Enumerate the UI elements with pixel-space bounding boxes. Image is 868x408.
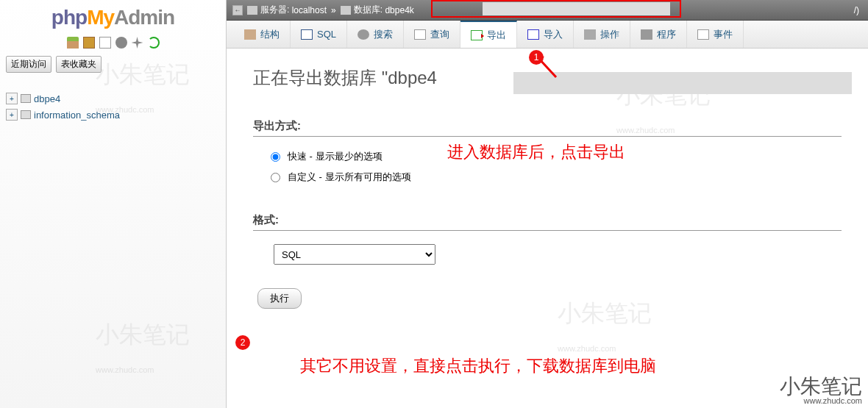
annotation-badge-1: 1	[529, 50, 544, 65]
format-label: 格式:	[253, 213, 842, 231]
breadcrumb-separator: »	[331, 5, 336, 15]
db-name-label: dbpe4	[34, 93, 60, 104]
expand-icon[interactable]: +	[6, 93, 18, 104]
reload-icon[interactable]	[148, 37, 160, 49]
logo-php: php	[51, 6, 87, 29]
tab-events[interactable]: 事件	[687, 21, 744, 48]
format-select[interactable]: SQL	[274, 244, 435, 265]
sidebar-toolbar	[0, 32, 226, 53]
logo[interactable]: phpMyAdmin	[0, 0, 226, 32]
database-icon	[341, 6, 351, 15]
db-link[interactable]: dbpe4k	[385, 5, 413, 15]
sql-icon	[301, 29, 313, 40]
annotation-text-1: 进入数据库后，点击导出	[447, 141, 625, 163]
sql-window-icon[interactable]	[99, 37, 111, 49]
database-icon	[21, 94, 31, 103]
tab-operations[interactable]: 操作	[574, 21, 630, 48]
breadcrumb: ← 服务器: localhost » 数据库: dbpe4k /)	[227, 0, 868, 21]
import-icon	[527, 29, 539, 40]
nav-back-icon[interactable]: ←	[232, 5, 243, 15]
procedures-icon	[641, 29, 652, 40]
go-button[interactable]: 执行	[257, 288, 302, 309]
events-icon	[697, 29, 709, 40]
export-icon	[471, 30, 483, 40]
annotation-text-2: 其它不用设置，直接点击执行，下载数据库到电脑	[300, 355, 656, 377]
tab-procedures[interactable]: 程序	[630, 21, 687, 48]
structure-icon	[244, 29, 256, 40]
annotation-highlight-db	[431, 0, 681, 18]
format-select-wrap: SQL	[274, 244, 842, 265]
redaction	[513, 72, 852, 94]
tab-structure[interactable]: 结构	[234, 21, 291, 48]
db-label: 数据库:	[354, 4, 383, 16]
export-method-label: 导出方式:	[253, 119, 842, 137]
home-icon[interactable]	[67, 37, 79, 49]
search-icon	[357, 29, 369, 40]
expand-icon[interactable]: +	[6, 109, 18, 121]
radio-custom-label: 自定义 - 显示所有可用的选项	[288, 171, 411, 184]
db-tree-item-dbpe4[interactable]: + dbpe4	[6, 90, 220, 107]
server-label: 服务器:	[260, 4, 289, 16]
tab-sql[interactable]: SQL	[291, 21, 347, 48]
db-tree-item-infoschema[interactable]: + information_schema	[6, 107, 220, 123]
watermark: 小朱笔记 www.zhudc.com	[96, 319, 190, 379]
query-icon	[414, 29, 426, 40]
tab-import[interactable]: 导入	[517, 21, 574, 48]
settings-icon[interactable]	[132, 37, 143, 49]
sidebar: phpMyAdmin 近期访问 表收藏夹 + dbpe4 + informati…	[0, 0, 227, 408]
logo-my: My	[87, 6, 114, 29]
db-name-label: information_schema	[34, 110, 120, 121]
tab-search[interactable]: 搜索	[347, 21, 404, 48]
breadcrumb-trail: /)	[854, 5, 859, 15]
radio-quick-label: 快速 - 显示最少的选项	[288, 150, 383, 163]
operations-icon	[584, 29, 596, 40]
logo-admin: Admin	[114, 6, 174, 29]
radio-quick-input[interactable]	[271, 152, 280, 162]
radio-custom-input[interactable]	[271, 173, 280, 182]
recent-fav-tabs: 近期访问 表收藏夹	[0, 53, 226, 76]
logout-icon[interactable]	[83, 37, 95, 49]
server-link[interactable]: localhost	[292, 5, 327, 15]
server-icon	[247, 6, 257, 15]
db-tree: + dbpe4 + information_schema	[0, 76, 226, 129]
tab-query[interactable]: 查询	[404, 21, 460, 48]
tab-export[interactable]: 导出	[460, 21, 517, 48]
docs-icon[interactable]	[115, 37, 127, 49]
annotation-badge-2: 2	[235, 335, 250, 350]
radio-custom[interactable]: 自定义 - 显示所有可用的选项	[271, 171, 842, 184]
recent-button[interactable]: 近期访问	[6, 56, 51, 73]
favorites-button[interactable]: 表收藏夹	[56, 56, 102, 73]
top-tabs: 结构 SQL 搜索 查询 导出 导入 操作 程序 事件	[227, 21, 868, 49]
main-panel: ← 服务器: localhost » 数据库: dbpe4k /) 结构 SQL…	[227, 0, 868, 408]
database-icon	[21, 110, 31, 119]
